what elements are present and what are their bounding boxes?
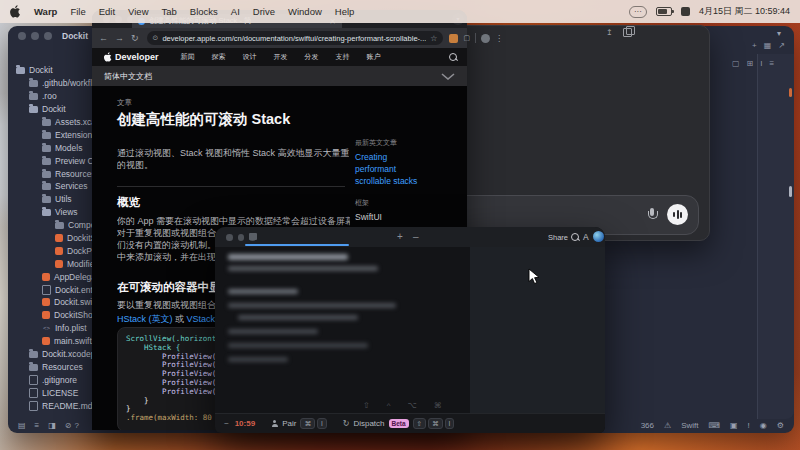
tab-overflow[interactable]: – xyxy=(413,231,419,242)
pair-control[interactable]: Pair ⌘I xyxy=(271,418,327,429)
apple-nav-账户[interactable]: 账户 xyxy=(367,52,381,62)
tree-item-label: README.md xyxy=(42,401,93,411)
share-button[interactable]: Share xyxy=(548,233,568,242)
microphone-icon[interactable] xyxy=(647,208,656,222)
dispatch-icon: ↻ xyxy=(343,419,350,428)
terminal-window[interactable]: + – Share A ⇧^⌥⌘ ~ 10:59 Pair ⌘I ↻ xyxy=(215,227,605,433)
article-title: 创建高性能的可滚动 Stack xyxy=(117,110,290,129)
voice-mode-button[interactable] xyxy=(667,204,688,225)
shortcut-key: I xyxy=(317,418,327,429)
apple-nav-支持[interactable]: 支持 xyxy=(336,52,350,62)
square-icon[interactable]: ▢ xyxy=(732,59,740,68)
swift-icon xyxy=(42,273,50,281)
share-up-icon[interactable]: ↥ xyxy=(606,28,613,37)
back-button[interactable]: ← xyxy=(99,33,108,43)
menu-bar-status: ··· 4月15日 周二 10:59:44 xyxy=(629,5,800,18)
menu-item-view[interactable]: View xyxy=(128,6,148,17)
keyboard-icon[interactable]: ⌨ xyxy=(709,421,721,430)
statusbar-right: 366 ⚠ Swift ⌨▣!◉⚙ xyxy=(641,421,784,430)
list-panel-icon[interactable]: ≡ xyxy=(35,421,40,430)
menu-item-edit[interactable]: Edit xyxy=(99,6,115,17)
hstack-link[interactable]: HStack (英文) xyxy=(117,314,173,324)
settings-icon[interactable]: ⚙ xyxy=(777,421,784,430)
chevron-down-icon[interactable] xyxy=(441,73,455,80)
chevron-down-icon[interactable]: ▾ xyxy=(777,29,781,38)
menu-item-drive[interactable]: Drive xyxy=(253,6,275,17)
framework-value[interactable]: SwiftUI xyxy=(355,212,455,222)
menu-icon[interactable]: ≡ xyxy=(770,59,775,68)
grid-icon[interactable]: ▦ xyxy=(764,41,772,50)
doc-language-bar[interactable]: 简体中文文档 xyxy=(92,66,467,86)
menu-item-file[interactable]: File xyxy=(70,6,85,17)
menu-bar-clock[interactable]: 4月15日 周二 10:59:44 xyxy=(699,5,790,18)
minimize-button[interactable] xyxy=(31,32,39,40)
desktop: Dockit main Dockit.github/workflows.rooD… xyxy=(0,0,800,450)
english-article-link[interactable]: Creatingperformantscrollable stacks xyxy=(355,152,455,186)
close-button[interactable] xyxy=(226,234,233,241)
font-size-button[interactable]: A xyxy=(583,232,589,242)
panel-add-icon[interactable]: ⊞ xyxy=(747,59,754,68)
folder-icon xyxy=(29,80,38,87)
bookmark-star-icon[interactable]: ☆ xyxy=(430,34,437,43)
apple-nav-分发[interactable]: 分发 xyxy=(305,52,319,62)
apple-developer-logo[interactable]: Developer xyxy=(104,52,159,62)
profile-avatar[interactable] xyxy=(481,34,490,43)
warning-icon: ⚠ xyxy=(664,421,671,430)
terminal-panel-icon[interactable]: ▤ xyxy=(18,421,26,430)
account-avatar[interactable] xyxy=(593,231,604,242)
new-window-icon[interactable] xyxy=(623,28,632,37)
battery-icon[interactable] xyxy=(656,7,672,16)
address-bar[interactable]: ⊙ developer.apple.com/cn/documentation/s… xyxy=(147,31,444,45)
editor-pane[interactable] xyxy=(758,54,794,419)
search-icon[interactable] xyxy=(449,53,457,61)
english-article-link-line[interactable]: performant xyxy=(355,164,455,174)
menu-item-tab[interactable]: Tab xyxy=(162,6,177,17)
search-icon[interactable] xyxy=(571,233,579,241)
divider xyxy=(475,33,476,43)
reload-button[interactable]: ↻ xyxy=(131,33,139,43)
language-indicator[interactable]: Swift xyxy=(681,421,698,430)
apple-nav-新闻[interactable]: 新闻 xyxy=(181,52,195,62)
diagnostics-indicator[interactable]: ⊘? xyxy=(65,421,79,430)
apple-nav-探索[interactable]: 探索 xyxy=(212,52,226,62)
zoom-button[interactable] xyxy=(44,32,52,40)
dispatch-control[interactable]: ↻ Dispatch Beta ⇧⌘I xyxy=(343,418,455,429)
minimize-button[interactable] xyxy=(238,234,245,241)
menu-item-ai[interactable]: AI xyxy=(231,6,240,17)
english-article-link-line[interactable]: Creating xyxy=(355,152,455,162)
divider xyxy=(117,186,345,187)
blurred-line xyxy=(228,254,348,260)
apple-menu-icon[interactable] xyxy=(10,5,21,18)
menu-kebab-icon[interactable]: ⋮ xyxy=(495,34,503,43)
extension-icon[interactable] xyxy=(449,34,458,43)
expand-icon[interactable]: ↗ xyxy=(778,41,785,50)
record-icon[interactable]: ◉ xyxy=(760,421,767,430)
folder-icon xyxy=(29,364,38,371)
panel-icon[interactable]: ▣ xyxy=(730,421,738,430)
site-info-icon[interactable]: ⊙ xyxy=(153,34,159,42)
menu-item-help[interactable]: Help xyxy=(335,6,355,17)
menu-item-blocks[interactable]: Blocks xyxy=(190,6,218,17)
new-tab-button[interactable]: + xyxy=(397,231,403,242)
scrollbar-thumb[interactable] xyxy=(789,186,792,197)
overflow-menu[interactable]: ··· xyxy=(629,6,647,18)
terminal-statusbar: ~ 10:59 Pair ⌘I ↻ Dispatch Beta ⇧⌘I xyxy=(215,413,605,433)
sidepanel-icon[interactable]: ▢ xyxy=(463,34,470,42)
ibeam-icon[interactable]: I xyxy=(760,59,762,68)
active-app-menu[interactable]: Warp xyxy=(34,6,57,17)
close-button[interactable] xyxy=(18,32,26,40)
menu-item-window[interactable]: Window xyxy=(288,6,322,17)
terminal-titlebar: + – Share A xyxy=(215,227,605,247)
alert-icon[interactable]: ! xyxy=(748,421,750,430)
input-source-icon[interactable] xyxy=(681,7,690,16)
folder-icon xyxy=(42,145,51,152)
english-article-link-line[interactable]: scrollable stacks xyxy=(355,176,455,186)
blurred-line xyxy=(238,315,358,320)
editor-toolbar-bottom: ▢⊞I≡ xyxy=(732,59,774,68)
tree-item-label: .gitignore xyxy=(42,375,77,385)
apple-nav-设计[interactable]: 设计 xyxy=(243,52,257,62)
new-tab-icon[interactable]: + xyxy=(752,41,757,50)
layout-panel-icon[interactable]: ◨ xyxy=(48,421,56,430)
forward-button[interactable]: → xyxy=(115,33,124,43)
apple-nav-开发[interactable]: 开发 xyxy=(274,52,288,62)
